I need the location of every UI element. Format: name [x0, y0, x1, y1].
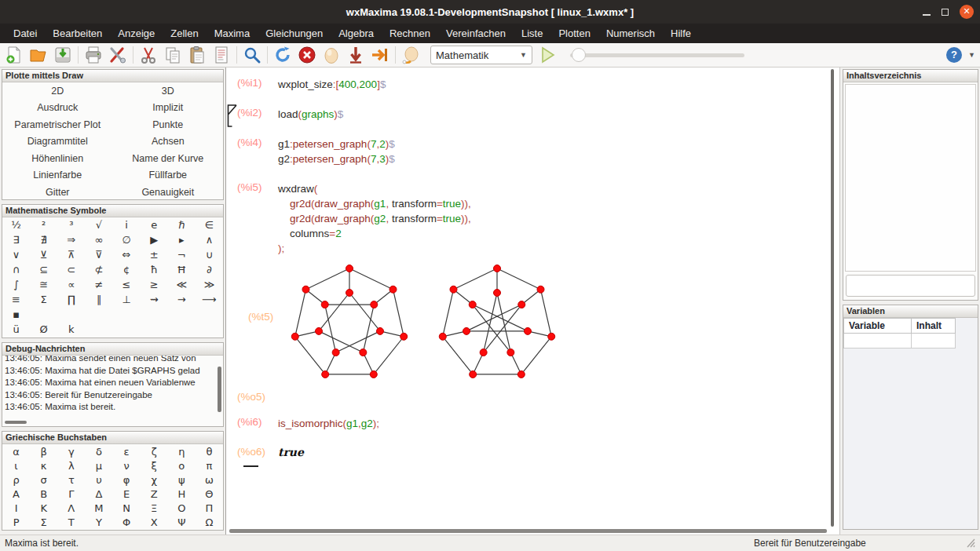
- greek-letter-button[interactable]: κ: [30, 458, 57, 473]
- menu-liste[interactable]: Liste: [514, 25, 550, 42]
- preferences-icon[interactable]: [108, 46, 127, 64]
- greek-letter-button[interactable]: ρ: [2, 473, 30, 487]
- code-editor[interactable]: load(graphs)$: [278, 107, 343, 122]
- code-cell[interactable]: (%i4)g1:petersen_graph(7,2)$g2:petersen_…: [237, 137, 839, 166]
- greek-letter-button[interactable]: χ: [141, 473, 168, 487]
- greek-letter-button[interactable]: τ: [57, 473, 85, 487]
- draw-button-3d[interactable]: 3D: [113, 82, 224, 100]
- symbol-button[interactable]: Ø: [30, 322, 57, 337]
- slider-knob[interactable]: [572, 48, 586, 62]
- menu-rechnen[interactable]: Rechnen: [382, 25, 437, 42]
- greek-letter-button[interactable]: Θ: [196, 487, 223, 501]
- greek-letter-button[interactable]: Ω: [196, 515, 223, 529]
- greek-letter-button[interactable]: Χ: [141, 515, 168, 529]
- symbol-button[interactable]: ħ: [141, 262, 168, 277]
- code-cell[interactable]: (%i5)wxdraw( gr2d(draw_graph(g1, transfo…: [237, 181, 839, 256]
- greek-letter-button[interactable]: φ: [113, 473, 141, 487]
- close-button[interactable]: ✕: [960, 5, 974, 19]
- code-cell[interactable]: (%i1)wxplot_size:[400,200]$: [237, 77, 839, 92]
- draw-button-implizit[interactable]: Implizit: [113, 100, 224, 117]
- code-editor[interactable]: g1:petersen_graph(7,2)$g2:petersen_graph…: [278, 137, 395, 166]
- symbol-button[interactable]: ≅: [30, 277, 57, 292]
- symbol-button[interactable]: ²: [30, 217, 57, 232]
- greek-letter-button[interactable]: Α: [2, 487, 30, 501]
- greek-letter-button[interactable]: Τ: [57, 515, 85, 529]
- menu-hilfe[interactable]: Hilfe: [664, 25, 698, 42]
- code-line[interactable]: gr2d(draw_graph(g1, transform=true)),: [278, 196, 471, 211]
- greek-letter-button[interactable]: Ξ: [141, 501, 168, 515]
- greek-letter-button[interactable]: ζ: [141, 444, 168, 458]
- symbol-button[interactable]: ∫: [2, 277, 30, 292]
- debug-vertical-scrollbar[interactable]: [218, 367, 221, 412]
- greek-letter-button[interactable]: λ: [57, 458, 85, 473]
- symbol-button[interactable]: ℏ: [168, 217, 196, 232]
- open-icon[interactable]: [29, 46, 48, 64]
- jump-to-input-icon[interactable]: [371, 46, 389, 64]
- greek-letter-button[interactable]: σ: [30, 473, 57, 487]
- symbol-button[interactable]: ∂: [196, 262, 223, 277]
- symbol-button[interactable]: →: [168, 292, 196, 307]
- symbol-button[interactable]: ∪: [196, 247, 223, 262]
- symbol-button[interactable]: ▶: [141, 232, 168, 247]
- code-editor[interactable]: wxplot_size:[400,200]$: [278, 77, 386, 92]
- code-line[interactable]: wxplot_size:[400,200]$: [278, 77, 386, 92]
- draw-button-linienfarbe[interactable]: Linienfarbe: [2, 167, 113, 184]
- symbol-button[interactable]: ü: [2, 322, 30, 337]
- symbol-button[interactable]: ¬: [168, 247, 196, 262]
- greek-letter-button[interactable]: υ: [85, 473, 112, 487]
- menu-numerisch[interactable]: Numerisch: [599, 25, 662, 42]
- code-line[interactable]: g2:petersen_graph(7,3)$: [278, 151, 395, 166]
- symbol-button[interactable]: ⊥: [113, 292, 141, 307]
- symbol-button[interactable]: ⊻: [30, 247, 57, 262]
- play-animation-icon[interactable]: [538, 46, 557, 64]
- symbol-button[interactable]: ∈: [196, 217, 223, 232]
- symbol-button[interactable]: ∝: [57, 277, 85, 292]
- draw-button-2d[interactable]: 2D: [2, 82, 113, 100]
- menu-bearbeiten[interactable]: Bearbeiten: [46, 25, 109, 42]
- code-editor[interactable]: wxdraw( gr2d(draw_graph(g1, transform=tr…: [278, 181, 471, 256]
- greek-letter-button[interactable]: Π: [196, 501, 223, 515]
- symbol-button[interactable]: ⊄: [85, 262, 112, 277]
- new-document-icon[interactable]: [5, 46, 24, 64]
- cut-icon[interactable]: [139, 46, 158, 64]
- greek-letter-button[interactable]: Ζ: [141, 487, 168, 501]
- greek-letter-button[interactable]: Ν: [113, 501, 141, 515]
- minimize-button[interactable]: [923, 14, 931, 16]
- greek-letter-button[interactable]: δ: [85, 444, 112, 458]
- draw-button-achsen[interactable]: Achsen: [113, 133, 224, 151]
- symbol-button[interactable]: √: [85, 217, 112, 232]
- code-line[interactable]: );: [278, 241, 471, 256]
- save-icon[interactable]: [53, 46, 72, 64]
- greek-letter-button[interactable]: Σ: [30, 515, 57, 529]
- symbol-button[interactable]: ∧: [196, 232, 223, 247]
- draw-button-ausdruck[interactable]: Ausdruck: [2, 100, 113, 117]
- symbol-button[interactable]: ¢: [113, 262, 141, 277]
- slider-track[interactable]: [570, 53, 744, 57]
- evaluate-to-point-icon[interactable]: [346, 46, 365, 64]
- symbol-button[interactable]: ▪: [2, 307, 30, 322]
- symbol-button[interactable]: ⇒: [57, 232, 85, 247]
- symbol-button[interactable]: ∥: [85, 292, 112, 307]
- cell-type-combobox[interactable]: Mathematik ▼: [430, 46, 532, 64]
- code-cell[interactable]: (%i6)is_isomorphic(g1,g2);: [237, 416, 839, 431]
- greek-letter-button[interactable]: ξ: [141, 458, 168, 473]
- symbol-button[interactable]: ∞: [85, 232, 112, 247]
- follow-evaluation-icon[interactable]: [401, 46, 420, 64]
- symbol-button[interactable]: ⇔: [113, 247, 141, 262]
- menu-anzeige[interactable]: Anzeige: [111, 25, 162, 42]
- greek-letter-button[interactable]: Ι: [2, 501, 30, 515]
- greek-letter-button[interactable]: ε: [113, 444, 141, 458]
- greek-letter-button[interactable]: μ: [85, 458, 112, 473]
- table-of-contents-filter-input[interactable]: [846, 275, 975, 297]
- symbol-button[interactable]: k: [57, 322, 85, 337]
- draw-button-name-der-kurve[interactable]: Name der Kurve: [113, 150, 224, 167]
- draw-button-füllfarbe[interactable]: Füllfarbe: [113, 167, 224, 184]
- worksheet-horizontal-scrollbar[interactable]: [229, 529, 827, 533]
- cursor-caret[interactable]: [243, 465, 258, 467]
- greek-letter-button[interactable]: Ψ: [168, 515, 196, 529]
- select-all-icon[interactable]: [212, 46, 231, 64]
- code-line[interactable]: g1:petersen_graph(7,2)$: [278, 137, 395, 151]
- menu-vereinfachen[interactable]: Vereinfachen: [439, 25, 513, 42]
- graph-plot-petersen_graph(7,3)[interactable]: [438, 262, 556, 381]
- symbol-button[interactable]: i: [113, 217, 141, 232]
